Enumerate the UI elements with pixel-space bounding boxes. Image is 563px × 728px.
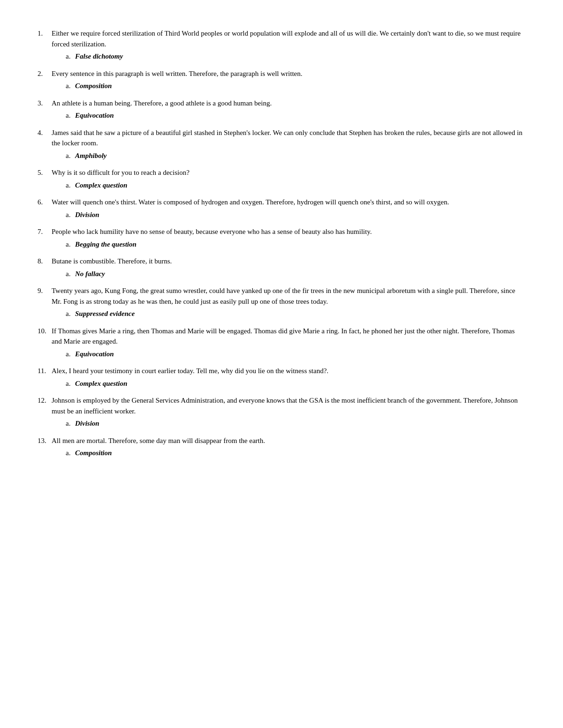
answer-text-10: Equivocation (75, 350, 114, 358)
list-item-11: Alex, I heard your testimony in court ea… (38, 366, 525, 389)
answer-item-12: Division (66, 418, 525, 429)
sub-list-1: False dichotomy (52, 51, 525, 62)
item-text-6: Water will quench one's thirst. Water is… (52, 197, 525, 208)
answer-item-8: No fallacy (66, 269, 525, 279)
item-text-4: James said that he saw a picture of a be… (52, 128, 525, 149)
sub-list-13: Composition (52, 448, 525, 458)
list-item-3: An athlete is a human being. Therefore, … (38, 98, 525, 121)
sub-list-11: Complex question (52, 378, 525, 389)
list-item-9: Twenty years ago, Kung Fong, the great s… (38, 285, 525, 319)
item-text-7: People who lack humility have no sense o… (52, 226, 525, 237)
list-item-1: Either we require forced sterilization o… (38, 28, 525, 62)
answer-text-4: Amphiboly (75, 152, 107, 159)
sub-list-7: Begging the question (52, 239, 525, 250)
answer-item-13: Composition (66, 448, 525, 458)
sub-list-5: Complex question (52, 180, 525, 191)
answer-text-8: No fallacy (75, 270, 105, 278)
item-text-3: An athlete is a human being. Therefore, … (52, 98, 525, 109)
list-item-7: People who lack humility have no sense o… (38, 226, 525, 249)
answer-text-1: False dichotomy (75, 53, 123, 60)
answer-item-1: False dichotomy (66, 51, 525, 62)
answer-item-4: Amphiboly (66, 150, 525, 161)
answer-text-5: Complex question (75, 181, 127, 189)
list-item-12: Johnson is employed by the General Servi… (38, 395, 525, 429)
answer-text-7: Begging the question (75, 240, 137, 248)
list-item-10: If Thomas gives Marie a ring, then Thoma… (38, 326, 525, 360)
main-list: Either we require forced sterilization o… (38, 28, 525, 458)
answer-text-11: Complex question (75, 380, 127, 387)
item-text-10: If Thomas gives Marie a ring, then Thoma… (52, 326, 525, 347)
item-text-1: Either we require forced sterilization o… (52, 28, 525, 49)
item-text-11: Alex, I heard your testimony in court ea… (52, 366, 525, 376)
item-text-8: Butane is combustible. Therefore, it bur… (52, 256, 525, 267)
item-text-5: Why is it so difficult for you to reach … (52, 167, 525, 178)
answer-item-3: Equivocation (66, 110, 525, 121)
sub-list-12: Division (52, 418, 525, 429)
answer-text-12: Division (75, 420, 99, 427)
list-item-6: Water will quench one's thirst. Water is… (38, 197, 525, 220)
answer-item-9: Suppressed evidence (66, 308, 525, 319)
answer-item-10: Equivocation (66, 349, 525, 360)
answer-item-11: Complex question (66, 378, 525, 389)
answer-text-3: Equivocation (75, 112, 114, 119)
sub-list-9: Suppressed evidence (52, 308, 525, 319)
answer-item-7: Begging the question (66, 239, 525, 250)
sub-list-6: Division (52, 210, 525, 220)
item-text-9: Twenty years ago, Kung Fong, the great s… (52, 285, 525, 307)
answer-item-2: Composition (66, 81, 525, 91)
list-item-8: Butane is combustible. Therefore, it bur… (38, 256, 525, 279)
answer-text-13: Composition (75, 449, 112, 457)
answer-text-2: Composition (75, 82, 112, 90)
answer-text-6: Division (75, 211, 99, 218)
sub-list-4: Amphiboly (52, 150, 525, 161)
sub-list-8: No fallacy (52, 269, 525, 279)
item-text-2: Every sentence in this paragraph is well… (52, 68, 525, 79)
item-text-12: Johnson is employed by the General Servi… (52, 395, 525, 416)
sub-list-2: Composition (52, 81, 525, 91)
answer-text-9: Suppressed evidence (75, 310, 135, 317)
list-item-13: All men are mortal. Therefore, some day … (38, 435, 525, 458)
item-text-13: All men are mortal. Therefore, some day … (52, 435, 525, 446)
answer-item-6: Division (66, 210, 525, 220)
list-item-5: Why is it so difficult for you to reach … (38, 167, 525, 190)
sub-list-3: Equivocation (52, 110, 525, 121)
answer-item-5: Complex question (66, 180, 525, 191)
list-item-2: Every sentence in this paragraph is well… (38, 68, 525, 91)
sub-list-10: Equivocation (52, 349, 525, 360)
list-item-4: James said that he saw a picture of a be… (38, 128, 525, 161)
